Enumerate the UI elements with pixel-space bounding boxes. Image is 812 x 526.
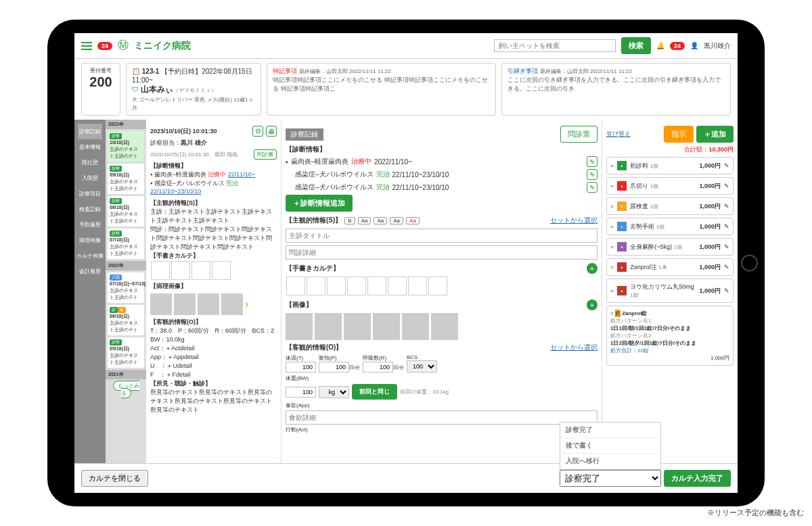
patient-code: 123-1 [142,68,160,75]
tab-admission[interactable]: 入院歴 [81,170,99,186]
tab-vaccine[interactable]: 予防履歴 [78,217,102,233]
edit-icon[interactable]: ✎ [587,156,597,167]
recept-label: 受付番号 [87,67,114,74]
status-select[interactable]: 診察完了 [560,470,661,487]
cart-item: = ▪全身麻酔(~5kg) 1個1,000円✎ [606,238,734,256]
tab-pathology[interactable]: 病理画像 [78,233,102,248]
instruct-button[interactable]: 指示 [664,126,694,143]
side-nav: 診療記録 基本情報 既往歴 入院歴 診療項目 検査記録 予防履歴 病理画像 カル… [74,120,106,463]
edit-icon[interactable]: ✎ [724,243,729,250]
year-2023[interactable]: 2023年 [106,120,146,129]
bw-unit[interactable]: kg [319,386,349,398]
edit-icon[interactable]: ✎ [587,169,597,180]
edit-icon[interactable]: ✎ [724,264,729,270]
cart-col: 並び替え指示＋追加 合計額：10,300円 = ▪初診料 1個1,000円✎= … [602,120,738,463]
form-button[interactable]: 問診票 [254,149,277,160]
temp-input[interactable] [286,362,316,373]
pet-desc: 犬 ゴールデンレトリバー 茶色 メス(避妊) 12歳1ヶ月 [132,97,254,111]
menu-item[interactable]: 入院へ移行 [560,454,660,469]
menu-icon[interactable] [81,42,92,50]
tab-history[interactable]: 既往歴 [81,155,99,170]
bell-badge[interactable]: 24 [670,42,685,50]
bell-icon[interactable]: 🔔 [656,42,664,49]
more-button[interactable]: もっとみる [113,381,139,398]
edit-col: 診察記録問診票 【診断情報】 ▪ 歯肉炎–軽度歯肉炎 治療中 2022/11/1… [281,120,602,463]
year-2021[interactable]: 2021年 [106,370,146,379]
timeline-item[interactable]: 診察10/10(日)主訴のテキスト主訴のテト [108,131,144,162]
cart-item: = ▪爪切り 1個1,000円✎ [606,177,734,195]
status-menu: 診察完了 後で書く 入院へ移行 [560,422,661,470]
patient-card: 📋 123-1 【予約日時】2022年08月15日 11:00~ 🛡 山本みぃ（… [126,63,261,116]
set-link[interactable]: セットから選択 [550,343,597,352]
tab-records[interactable]: 診療記録 [78,124,102,139]
tab-labs[interactable]: 検査記録 [78,201,102,217]
logo-icon: Ⓜ [118,39,129,53]
edit-icon[interactable]: ✎ [724,287,729,294]
tab-items[interactable]: 診療項目 [78,186,102,201]
release-note: ※リリース予定の機能も含む [707,508,804,518]
handover-card[interactable]: 引継ぎ事項 最終編集：山田太郎 2022/11/11 11:22 ここに次回の引… [501,63,731,116]
cart-item: = ▪去勢手術 1個1,000円✎ [606,218,734,235]
resp-input[interactable] [363,362,393,373]
sort-link[interactable]: 並び替え [606,130,631,139]
set-link[interactable]: セットから選択 [550,216,597,225]
edit-icon[interactable]: ✎ [724,183,729,189]
pulse-input[interactable] [319,362,349,373]
search-button[interactable]: 検索 [621,37,651,54]
timeline-item[interactable]: 診察08/10(日)主訴のテキスト主訴のテト [108,196,144,226]
reception-card: 受付番号 200 [81,63,120,116]
tab-accounting[interactable]: 会計履歴 [78,264,102,279]
tab-karte-img[interactable]: カルテ画像 [75,248,105,264]
timeline: 2023年 診察10/10(日)主訴のテキスト主訴のテト 診察09/10(日)主… [106,120,146,463]
user-name[interactable]: 黒川雄介 [704,41,731,51]
edit-icon[interactable]: ✎ [724,223,729,230]
timeline-item[interactable]: 入院07/10(日)~07/13(水)主訴のテキスト主訴のテト [108,272,144,303]
edit-icon[interactable]: ✎ [587,182,597,193]
copy-icon[interactable]: ⧉ [252,126,263,137]
menu-item[interactable]: 診察完了 [560,423,660,438]
timeline-item[interactable]: 診会06/10(日)主訴のテキスト主訴のテト [108,305,144,335]
subject-title-input[interactable] [286,229,597,243]
timeline-item[interactable]: 診察05/10(日)主訴のテキスト主訴のテト [108,337,144,368]
add-icon[interactable]: + [587,300,597,310]
recept-no: 200 [87,74,114,90]
same-button[interactable]: 前回と同じ [352,384,397,400]
bcs-select[interactable]: 100 [407,360,437,373]
visit-datetime: 2023/10/10(日) 10:01:30 [150,127,217,136]
user-icon[interactable]: 👤 [690,42,698,49]
pet-name: 山本みぃ [141,85,173,94]
chevron-right-icon[interactable]: › [245,298,248,310]
add-diag-button[interactable]: ＋診断情報追加 [286,195,353,212]
cart-item: = ▪ヨウ化カリウム丸50mg 1錠1,000円✎ [606,279,734,303]
hospital-name: ミニイク病院 [134,40,191,52]
topbar: 24 Ⓜ ミニイク病院 検索 🔔24 👤黒川雄介 [74,33,738,59]
cart-item: = ▪Zanprol注 1本1,000円✎ [606,258,734,276]
search-input[interactable] [494,39,616,52]
timeline-item[interactable]: 診察09/10(日)主訴のテキスト主訴のテト [108,164,144,194]
close-karte-button[interactable]: カルテを閉じる [81,470,148,487]
notes-card[interactable]: 特記事項 最終編集：山田太郎 2022/11/11 11:22 特記事項特記事項… [267,63,496,116]
record-title: 診察記録 [286,128,323,141]
notif-badge[interactable]: 24 [97,42,112,50]
app-input[interactable] [286,410,597,425]
menu-item[interactable]: 後で書く [560,438,660,454]
add-icon[interactable]: + [587,263,597,274]
timeline-item[interactable]: 診察07/10(日)主訴のテキスト主訴のテト [108,229,144,259]
edit-icon[interactable]: ✎ [724,162,729,169]
tab-basic[interactable]: 基本情報 [78,139,102,155]
pet-kana: （ヤマモトミィ） [173,87,217,93]
year-2022[interactable]: 2022年 [106,261,146,270]
form-button[interactable]: 問診票 [560,126,597,143]
subject-detail-input[interactable] [286,245,597,260]
detail-col: 2023/10/10(日) 10:01:30⧉🖶 診察担当：黒川 雄介 2022… [146,120,281,463]
cart-item: = ▪初診料 1個1,000円✎ [606,157,734,174]
add-button[interactable]: ＋追加 [696,126,734,143]
bw-input[interactable] [286,387,316,398]
edit-icon[interactable]: ✎ [724,203,729,210]
complete-button[interactable]: カルテ入力完了 [664,470,731,487]
total-amount: 10,300円 [708,146,734,153]
print-icon[interactable]: 🖶 [266,126,277,137]
cart-item: = ▪尿検査 1個1,000円✎ [606,197,734,215]
